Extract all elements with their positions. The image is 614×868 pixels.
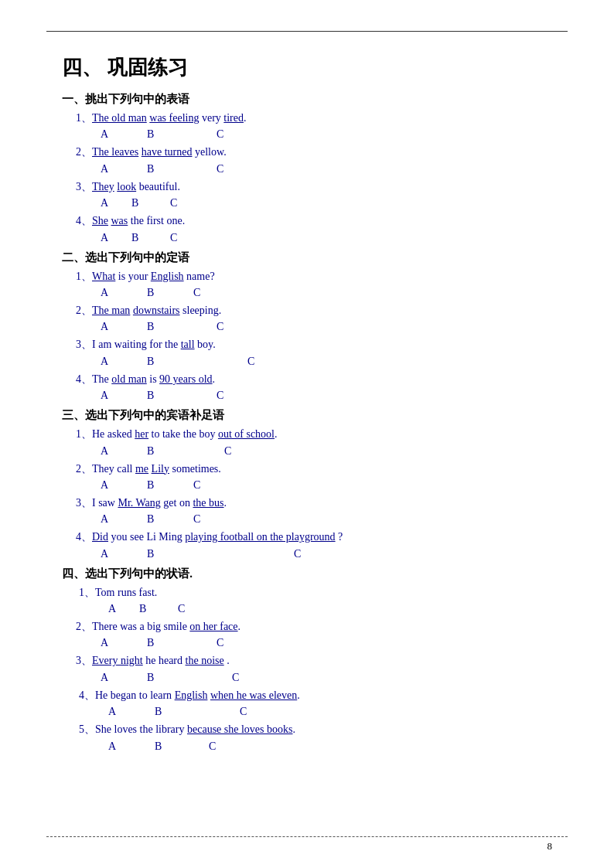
underline-text: Did: [92, 531, 108, 543]
list-item: 5、She loves the library because she love…: [62, 721, 552, 738]
option-b: B: [131, 232, 170, 244]
underline-text: She: [92, 215, 108, 226]
underline-text: 90 years old: [159, 373, 212, 385]
underline-text: old man: [111, 373, 147, 385]
option-b: B: [155, 740, 209, 753]
option-b: B: [147, 356, 247, 368]
underline-text: me: [135, 463, 148, 475]
section-1-title: 一、挑出下列句中的表语: [62, 92, 552, 107]
option-c: C: [217, 163, 223, 175]
option-c: C: [209, 740, 216, 753]
option-b: B: [147, 321, 217, 333]
option-a: A: [101, 479, 147, 492]
abc-row: A B C: [101, 128, 552, 141]
option-a: A: [101, 390, 147, 402]
main-title: 四、 巩固练习: [62, 54, 552, 81]
list-item: 2、The leaves have turned yellow.: [62, 144, 552, 161]
option-c: C: [178, 603, 185, 615]
abc-row: A B C: [101, 356, 552, 368]
option-c: C: [217, 637, 223, 649]
option-b: B: [147, 390, 217, 402]
abc-row: A B C: [108, 603, 552, 615]
list-item: 3、I saw Mr. Wang get on the bus.: [62, 495, 552, 512]
option-a: A: [101, 445, 147, 458]
abc-row: A B C: [101, 513, 552, 526]
option-b: B: [155, 706, 240, 718]
option-a: A: [108, 603, 139, 615]
list-item: 3、They look beautiful.: [62, 179, 552, 196]
sentence: 3、Every night he heard the noise .: [76, 655, 230, 666]
underline-text: Every night: [92, 655, 143, 666]
list-item: 2、There was a big smile on her face.: [62, 618, 552, 635]
underline-text: look: [117, 181, 136, 192]
sentence: 3、I am waiting for the tall boy.: [76, 339, 216, 350]
list-item: 1、What is your English name?: [62, 268, 552, 285]
underline-text: Lily: [152, 463, 169, 475]
list-item: 1、The old man was feeling very tired.: [62, 110, 552, 127]
option-c: C: [170, 232, 177, 244]
option-b: B: [147, 287, 193, 299]
abc-row: A B C: [108, 740, 552, 753]
sentence: 4、She was the first one.: [76, 215, 185, 226]
option-c: C: [193, 513, 200, 526]
option-a: A: [108, 706, 155, 718]
sentence: 1、What is your English name?: [76, 271, 215, 282]
sentence: 3、I saw Mr. Wang get on the bus.: [76, 497, 227, 509]
option-c: C: [217, 321, 223, 333]
option-b: B: [147, 128, 217, 141]
underline-text: playing football on the playground: [185, 531, 335, 543]
abc-row: A B C: [101, 287, 552, 299]
option-c: C: [247, 356, 254, 368]
sentence: 2、The man downstairs sleeping.: [76, 305, 221, 316]
section-1: 一、挑出下列句中的表语 1、The old man was feeling ve…: [62, 92, 552, 244]
option-a: A: [101, 128, 147, 141]
option-c: C: [294, 548, 301, 560]
option-b: B: [147, 445, 224, 458]
underline-text: her: [135, 428, 148, 440]
underline-text: on her face: [189, 621, 237, 632]
option-a: A: [101, 321, 147, 333]
option-c: C: [232, 672, 239, 684]
sentence: 4、He began to learn English when he was …: [79, 689, 300, 701]
sentence: 1、He asked her to take the boy out of sc…: [76, 428, 278, 440]
list-item: 4、She was the first one.: [62, 213, 552, 230]
abc-row: A B C: [101, 390, 552, 402]
abc-row: A B C: [101, 163, 552, 175]
list-item: 4、The old man is 90 years old.: [62, 371, 552, 388]
underline-text: because she loves books: [187, 723, 292, 735]
option-b: B: [147, 637, 217, 649]
underline-text: English: [151, 271, 184, 282]
page: 四、 巩固练习 一、挑出下列句中的表语 1、The old man was fe…: [0, 0, 614, 868]
abc-row: A B C: [101, 197, 552, 209]
option-a: A: [101, 287, 147, 299]
top-border: [46, 31, 568, 32]
option-b: B: [147, 479, 193, 492]
underline-text: was: [111, 215, 128, 226]
option-a: A: [108, 740, 155, 753]
underline-text: What: [92, 271, 115, 282]
sentence: 3、They look beautiful.: [76, 181, 180, 192]
list-item: 3、I am waiting for the tall boy.: [62, 336, 552, 353]
underline-text: The old man: [92, 112, 147, 124]
option-a: A: [101, 672, 147, 684]
underline-text: They: [92, 181, 114, 192]
option-a: A: [101, 356, 147, 368]
abc-row: A B C: [101, 321, 552, 333]
page-number: 8: [547, 840, 553, 853]
sentence: 1、The old man was feeling very tired.: [76, 112, 246, 124]
underline-text: was feeling: [149, 112, 199, 124]
sentence: 2、The leaves have turned yellow.: [76, 146, 227, 158]
list-item: 2、The man downstairs sleeping.: [62, 302, 552, 319]
option-c: C: [193, 479, 200, 492]
underline-text: the bus: [193, 497, 223, 509]
section-4: 四、选出下列句中的状语. 1、Tom runs fast. A B C 2、Th…: [62, 567, 552, 753]
list-item: 2、They call me Lily sometimes.: [62, 461, 552, 478]
list-item: 4、He began to learn English when he was …: [62, 687, 552, 704]
option-b: B: [147, 672, 232, 684]
option-c: C: [217, 390, 223, 402]
sentence: 5、She loves the library because she love…: [79, 723, 295, 735]
abc-row: A B C: [101, 479, 552, 492]
underline-text: downstairs: [133, 305, 180, 316]
section-3-title: 三、选出下列句中的宾语补足语: [62, 408, 552, 423]
abc-row: A B C: [108, 706, 552, 718]
